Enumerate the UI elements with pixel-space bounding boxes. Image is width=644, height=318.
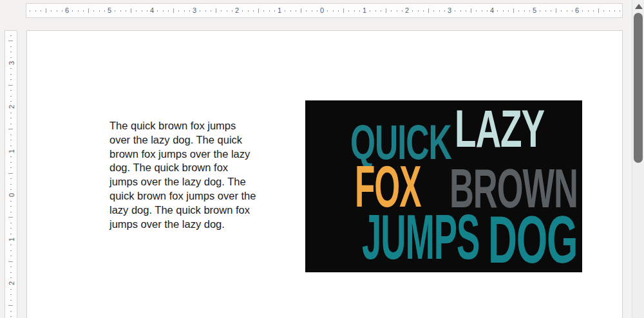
ruler-tick <box>200 10 200 12</box>
ruler-tick <box>455 10 455 12</box>
ruler-tick <box>72 10 73 12</box>
ruler-tick <box>248 10 249 12</box>
vertical-ruler[interactable]: 321012 <box>5 30 17 318</box>
ruler-tick <box>460 10 461 12</box>
scrollbar-thumb[interactable] <box>634 13 643 163</box>
ruler-tick <box>8 217 13 218</box>
ruler-tick <box>10 272 12 273</box>
ruler-tick <box>41 10 41 12</box>
ruler-tick <box>381 10 381 12</box>
ruler-tick <box>10 311 12 312</box>
ruler-tick <box>10 156 12 157</box>
vertical-scrollbar[interactable] <box>632 0 644 318</box>
body-text-paragraph[interactable]: The quick brown fox jumps over the lazy … <box>109 119 256 231</box>
ruler-tick <box>189 10 190 12</box>
ruler-tick <box>327 10 328 12</box>
ruler-tick <box>184 10 185 12</box>
ruler-tick <box>603 10 604 12</box>
document-page[interactable]: The quick brown fox jumps over the lazy … <box>26 30 623 318</box>
scroll-up-icon <box>635 4 643 9</box>
ruler-number: 1 <box>363 7 366 14</box>
ruler-tick <box>8 261 13 262</box>
ruler-tick <box>168 10 169 12</box>
ruler-tick <box>10 167 12 168</box>
ruler-tick <box>10 96 12 97</box>
ruler-tick <box>10 90 12 91</box>
ruler-tick <box>10 250 12 251</box>
ruler-tick <box>10 74 12 75</box>
ruler-tick <box>10 228 12 229</box>
wordart-image[interactable]: QUICK LAZY FOX BROWN JUMPS DOG <box>305 100 582 272</box>
ruler-tick <box>508 10 509 12</box>
ruler-tick <box>338 10 339 12</box>
ruler-tick <box>466 10 466 12</box>
ruler-tick <box>88 8 89 13</box>
ruler-tick <box>306 10 307 12</box>
ruler-tick <box>348 10 349 12</box>
ruler-tick <box>211 10 211 12</box>
ruler-tick <box>10 57 12 58</box>
ruler-tick <box>8 129 13 129</box>
ruler-tick <box>10 256 12 256</box>
ruler-tick <box>62 10 62 12</box>
ruler-tick <box>588 10 589 12</box>
ruler-tick <box>10 140 12 140</box>
ruler-tick <box>274 10 275 12</box>
ruler-tick <box>10 189 12 190</box>
ruler-tick <box>333 10 334 12</box>
ruler-tick <box>10 223 12 223</box>
ruler-tick <box>10 35 12 36</box>
ruler-tick <box>10 201 12 201</box>
ruler-tick <box>386 8 386 13</box>
ruler-tick <box>115 10 115 12</box>
ruler-tick <box>482 10 482 12</box>
ruler-number: 6 <box>65 7 69 14</box>
ruler-tick <box>503 10 504 12</box>
ruler-tick <box>8 41 13 41</box>
ruler-tick <box>83 10 84 12</box>
ruler-number: 3 <box>448 7 451 14</box>
ruler-tick <box>593 10 594 12</box>
ruler-tick <box>178 10 179 12</box>
ruler-tick <box>216 8 216 13</box>
ruler-number: 1 <box>278 7 281 14</box>
ruler-tick <box>513 8 514 13</box>
ruler-tick <box>620 10 620 12</box>
ruler-tick <box>51 10 52 12</box>
ruler-number: 1 <box>8 237 15 241</box>
ruler-tick <box>545 10 546 12</box>
wordart-word-jumps: JUMPS <box>362 205 479 268</box>
ruler-tick <box>242 10 243 12</box>
ruler-tick <box>253 10 254 12</box>
ruler-tick <box>609 10 610 12</box>
ruler-number: 2 <box>235 7 239 14</box>
ruler-tick <box>551 10 551 12</box>
ruler-tick <box>439 10 440 12</box>
ruler-tick <box>10 145 12 146</box>
ruler-tick <box>10 294 12 295</box>
ruler-tick <box>10 51 12 52</box>
ruler-tick <box>173 8 174 13</box>
ruler-number: 1 <box>8 149 15 153</box>
ruler-tick <box>10 300 12 301</box>
ruler-tick <box>529 10 530 12</box>
ruler-tick <box>35 10 36 12</box>
ruler-tick <box>8 85 13 86</box>
ruler-number: 3 <box>8 61 15 64</box>
ruler-tick <box>10 178 12 179</box>
ruler-tick <box>10 206 12 207</box>
ruler-tick <box>301 8 301 13</box>
scroll-up-button[interactable] <box>632 2 644 11</box>
ruler-tick <box>391 10 392 12</box>
ruler-number: 5 <box>533 7 536 14</box>
ruler-tick <box>10 234 12 234</box>
ruler-tick <box>163 10 164 12</box>
ruler-number: 6 <box>575 7 579 14</box>
ruler-tick <box>343 8 344 13</box>
ruler-tick <box>57 10 57 12</box>
ruler-tick <box>10 267 12 267</box>
ruler-tick <box>428 8 429 13</box>
horizontal-ruler[interactable]: 6543210123456 <box>26 3 623 18</box>
ruler-tick <box>8 305 13 306</box>
ruler-tick <box>232 10 232 12</box>
